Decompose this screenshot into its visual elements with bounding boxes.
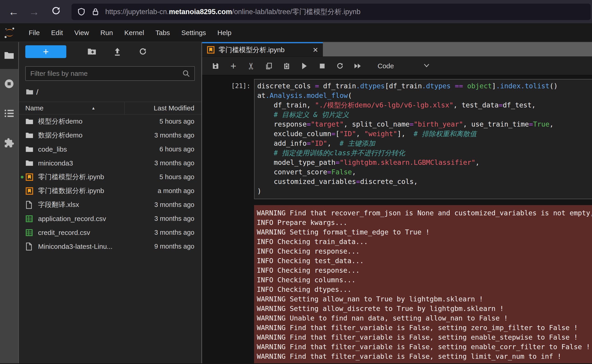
upload-button[interactable] [113,47,122,57]
browser-forward-button[interactable]: → [27,6,41,18]
menu-kernel[interactable]: Kernel [119,29,150,37]
left-activity-bar [0,42,19,363]
new-folder-button[interactable] [87,47,96,57]
upload-icon [113,47,121,56]
file-name: application_record.csv [38,215,128,223]
code-line: exclude_column=["ID", "weight"], # 排除权重和… [257,129,592,139]
home-folder-icon[interactable] [26,89,33,95]
file-row[interactable]: miniconda33 months ago [19,156,201,170]
file-filter-box [25,66,195,81]
file-name: credit_record.csv [38,229,128,236]
file-icon [25,201,33,209]
cell-execution-prompt: [21]: [202,79,254,199]
paste-cells-button[interactable] [283,61,291,71]
menu-settings[interactable]: Settings [176,29,212,37]
file-row[interactable]: application_record.csv3 months ago [19,212,201,226]
folder-icon [25,131,33,140]
code-line: customized_variables=discrete_cols, [257,177,592,186]
folder-icon [25,159,33,167]
file-row[interactable]: code_libs6 hours ago [19,142,201,156]
sidebar-tab-running[interactable] [0,69,18,98]
menu-help[interactable]: Help [212,29,237,37]
column-header-modified[interactable]: Last Modified [124,102,201,114]
menu-tabs[interactable]: Tabs [150,29,175,37]
file-row[interactable]: 零门槛模型分析.ipynb5 hours ago [19,170,201,184]
sidebar-tab-extensions[interactable] [0,128,18,158]
restart-run-all-button[interactable] [354,61,362,71]
list-icon [4,109,14,118]
file-modified: 3 months ago [128,215,201,222]
notebook-icon [25,187,33,195]
output-line: WARNING Find that filter_variable is Fal… [257,323,592,333]
code-line: discrete_cols = df_train.dtypes[df_train… [257,81,592,91]
folder-icon [25,145,33,153]
browser-chrome: ← → https://jupyterlab-cn.metanoia8295.c… [0,0,592,24]
copy-icon [265,62,273,70]
menu-view[interactable]: View [69,29,94,37]
file-row[interactable]: 零门槛数据分析.ipynba month ago [19,184,201,198]
menu-edit[interactable]: Edit [45,29,69,37]
url-bar[interactable]: https://jupyterlab-cn.metanoia8295.com/o… [72,4,591,20]
browser-reload-button[interactable] [49,6,63,18]
spreadsheet-icon [25,215,33,223]
code-line: # 指定使用训练的class并不进行打分转化 [257,148,592,158]
output-line: WARNING Find that recover_from_json is N… [257,208,592,218]
file-name: Miniconda3-latest-Linu... [38,243,128,250]
tab-close-button[interactable]: ✕ [313,46,318,54]
restart-kernel-button[interactable] [336,61,344,71]
file-filter-input[interactable] [30,69,182,78]
run-button[interactable] [300,61,308,71]
add-cell-button[interactable]: + [229,61,237,71]
new-folder-icon [87,48,96,56]
cell-type-select[interactable]: Code [378,62,394,70]
file-name: 零门槛模型分析.ipynb [38,172,128,182]
search-icon [182,69,190,78]
refresh-button[interactable] [138,47,147,57]
output-line: WARNING Find that filter_variable is Fal… [257,352,592,361]
output-line: WARNING Find that filter_variable is Fal… [257,333,592,342]
shield-icon[interactable] [77,7,86,16]
new-launcher-button[interactable]: + [25,45,66,58]
file-name: code_libs [38,145,128,153]
file-row[interactable]: 数据分析demo3 months ago [19,128,201,142]
file-row[interactable]: Miniconda3-latest-Linu...9 months ago [19,240,201,253]
menu-run[interactable]: Run [95,29,119,37]
file-browser-panel: + [19,42,201,363]
file-modified: 5 hours ago [128,118,201,125]
file-modified: 9 months ago [128,243,201,250]
browser-back-button[interactable]: ← [7,6,20,18]
sidebar-tab-toc[interactable] [0,98,18,128]
code-line: at.Analysis.model_flow( [257,91,592,100]
cut-cells-button[interactable]: ✂ [246,62,256,70]
notebook-main-area: 零门槛模型分析.ipynb ✕ + ✂ [202,42,592,363]
breadcrumb-root[interactable]: / [36,88,38,97]
code-line: df_train, "./模型分析demo/v6-lgb/v6-lgb.xlsx… [257,100,592,110]
column-header-name[interactable]: Name ▲ [19,102,124,114]
file-modified: 3 months ago [128,159,201,167]
notebook-tab[interactable]: 零门槛模型分析.ipynb ✕ [202,42,323,57]
chevron-down-icon[interactable] [423,63,430,69]
menu-file[interactable]: File [23,29,45,37]
lock-icon[interactable] [92,7,99,16]
file-modified: 3 months ago [128,201,201,208]
code-cell: [21]: discrete_cols = df_train.dtypes[df… [202,79,592,199]
file-row[interactable]: 模型分析demo5 hours ago [19,115,201,128]
code-line: response="target", split_col_name="birth… [257,119,592,129]
file-name: 数据分析demo [38,131,128,140]
output-line: INFO Checking columns... [257,275,592,285]
reload-icon [51,6,61,15]
cell-code-editor[interactable]: discrete_cols = df_train.dtypes[df_train… [254,79,592,199]
output-line: WARNING Setting format_time_edge to True… [257,228,592,237]
interrupt-kernel-button[interactable] [318,61,326,71]
file-row[interactable]: 字段翻译.xlsx3 months ago [19,198,201,212]
save-button[interactable] [212,61,220,71]
sidebar-tab-filebrowser[interactable] [0,42,18,69]
file-name: 模型分析demo [38,117,128,126]
file-row[interactable]: credit_record.csv3 months ago [19,226,201,240]
notebook-icon [207,46,215,54]
fast-forward-icon [354,63,362,69]
output-gutter [202,205,254,363]
output-line: WARNING Unable to find nan data, setting… [257,313,592,323]
copy-cells-button[interactable] [265,61,273,71]
code-line: ) [257,186,592,196]
